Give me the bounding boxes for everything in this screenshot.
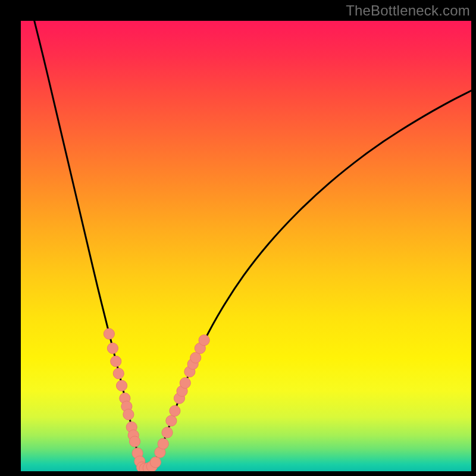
data-marker (150, 457, 161, 468)
data-marker (158, 439, 168, 449)
data-marker (190, 352, 201, 363)
plot-area (21, 21, 471, 471)
data-marker (166, 415, 177, 426)
bottleneck-curve (35, 21, 471, 468)
data-marker (111, 356, 121, 367)
watermark-text: TheBottleneck.com (346, 2, 470, 19)
data-marker (104, 328, 114, 339)
data-marker (116, 380, 127, 391)
data-marker (113, 368, 124, 379)
data-marker (107, 343, 118, 353)
data-marker (162, 427, 173, 438)
data-marker (129, 436, 140, 447)
chart-frame: TheBottleneck.com (0, 0, 476, 476)
data-marker (170, 405, 180, 416)
data-marker (199, 335, 209, 346)
curve-layer (21, 21, 471, 471)
data-marker (123, 409, 134, 420)
data-marker (180, 378, 190, 389)
